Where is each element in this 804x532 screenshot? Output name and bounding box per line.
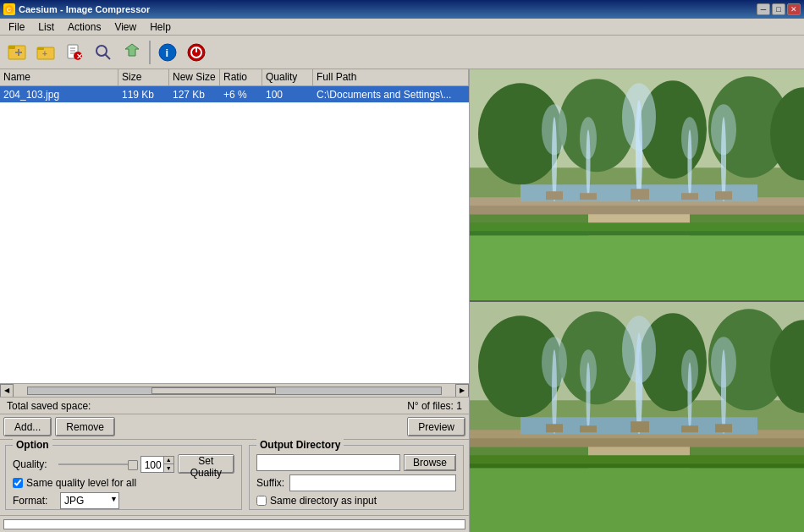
add-button[interactable]: Add... [3, 417, 52, 436]
quality-value: 100 [141, 457, 163, 472]
quality-arrows[interactable]: ▲ ▼ [163, 457, 173, 472]
same-dir-row: Same directory as input [256, 495, 456, 507]
svg-point-39 [580, 117, 597, 159]
col-header-fullpath: Full Path [313, 69, 469, 85]
compressed-image [470, 302, 804, 533]
hscroll-thumb[interactable] [151, 387, 275, 394]
output-box: Output Directory Browse Suffix: Same dir… [249, 445, 464, 510]
menu-list[interactable]: List [31, 19, 61, 35]
set-quality-button[interactable]: Set Quality [178, 454, 234, 474]
close-button[interactable]: ✕ [787, 3, 801, 15]
menu-bar: File List Actions View Help [0, 19, 804, 36]
quality-slider-track [58, 463, 137, 465]
cell-name: 204_103.jpg [0, 87, 118, 102]
right-panel [470, 69, 804, 532]
same-quality-checkbox[interactable] [13, 478, 23, 488]
app-icon: C [3, 3, 15, 15]
format-label: Format: [13, 495, 55, 507]
same-quality-label: Same quality level for all [26, 477, 136, 489]
svg-point-67 [542, 337, 567, 387]
menu-actions[interactable]: Actions [61, 19, 107, 35]
svg-point-43 [711, 104, 736, 155]
quality-spinbox[interactable]: 100 ▲ ▼ [140, 456, 174, 473]
info-toolbar-btn[interactable]: i [154, 39, 181, 66]
status-bar: Total saved space: N° of files: 1 [0, 397, 469, 414]
original-image [470, 69, 804, 300]
title-bar-buttons: ─ □ ✕ [757, 3, 801, 15]
svg-rect-75 [580, 425, 597, 432]
svg-rect-44 [546, 191, 563, 200]
suffix-row: Suffix: [256, 474, 456, 491]
horizontal-scrollbar[interactable]: ◀ ▶ [0, 383, 469, 397]
quality-down-arrow[interactable]: ▼ [163, 464, 173, 472]
files-count-value: 1 [456, 400, 462, 412]
hscroll-right-btn[interactable]: ▶ [455, 384, 469, 398]
suffix-label: Suffix: [256, 477, 286, 489]
format-select[interactable]: JPG PNG BMP GIF [60, 492, 119, 509]
compress-toolbar-btn[interactable] [118, 39, 146, 66]
title-bar: C Caesium - Image Compressor ─ □ ✕ [0, 0, 804, 19]
suffix-input[interactable] [289, 474, 456, 491]
quality-up-arrow[interactable]: ▲ [163, 457, 173, 464]
quality-slider[interactable] [58, 458, 137, 470]
svg-rect-46 [631, 189, 649, 200]
quit-toolbar-btn[interactable] [183, 39, 210, 66]
remove-toolbar-btn[interactable]: ✕ [61, 39, 88, 66]
svg-rect-45 [580, 193, 597, 200]
maximize-button[interactable]: □ [772, 3, 785, 15]
svg-point-65 [622, 315, 656, 383]
same-dir-checkbox[interactable] [256, 496, 267, 506]
preview-button[interactable]: Preview [407, 417, 465, 436]
file-list-body[interactable]: 204_103.jpg 119 Kb 127 Kb +6 % 100 C:\Do… [0, 86, 469, 383]
col-header-quality: Quality [262, 69, 313, 85]
svg-rect-47 [681, 193, 698, 200]
output-box-legend: Output Directory [256, 439, 344, 451]
svg-point-69 [580, 349, 597, 392]
minimize-button[interactable]: ─ [757, 3, 770, 15]
format-dropdown-wrapper: JPG PNG BMP GIF ▼ [60, 492, 119, 509]
svg-point-37 [542, 104, 567, 155]
svg-point-35 [622, 83, 656, 151]
button-bar: Add... Remove Preview [0, 414, 469, 439]
format-row: Format: JPG PNG BMP GIF ▼ [13, 492, 234, 509]
svg-text:i: i [166, 47, 169, 59]
svg-point-41 [681, 117, 698, 159]
menu-help[interactable]: Help [143, 19, 178, 35]
svg-point-73 [711, 337, 736, 387]
option-box: Option Quality: 100 ▲ ▼ S [5, 445, 242, 510]
menu-view[interactable]: View [107, 19, 143, 35]
hscroll-track[interactable] [27, 387, 442, 395]
svg-rect-74 [546, 424, 563, 432]
svg-text:C: C [7, 7, 11, 13]
svg-rect-76 [631, 421, 649, 432]
quality-label: Quality: [13, 458, 55, 470]
options-panel: Option Quality: 100 ▲ ▼ S [0, 439, 469, 515]
title-bar-left: C Caesium - Image Compressor [3, 3, 150, 15]
browse-button[interactable]: Browse [404, 454, 456, 471]
col-header-name: Name [0, 69, 118, 85]
saved-space-label: Total saved space: [7, 400, 91, 412]
menu-file[interactable]: File [2, 19, 31, 35]
svg-rect-79 [470, 468, 804, 532]
table-row[interactable]: 204_103.jpg 119 Kb 127 Kb +6 % 100 C:\Do… [0, 86, 469, 103]
toolbar-separator-1 [149, 41, 151, 64]
remove-button[interactable]: Remove [55, 417, 115, 436]
same-quality-row: Same quality level for all [13, 477, 234, 489]
add-files-toolbar-btn[interactable] [3, 39, 30, 66]
svg-rect-62 [470, 438, 804, 447]
file-list-header: Name Size New Size Ratio Quality Full Pa… [0, 69, 469, 86]
files-count-label: N° of files: 1 [407, 400, 462, 412]
original-preview [470, 69, 804, 302]
bottom-status [0, 515, 469, 532]
hscroll-left-btn[interactable]: ◀ [0, 384, 14, 398]
svg-rect-51 [470, 231, 804, 235]
add-folder-toolbar-btn[interactable]: + [32, 39, 59, 66]
quality-slider-thumb[interactable] [128, 460, 138, 470]
output-dir-input[interactable] [256, 454, 400, 471]
col-header-newsize: New Size [169, 69, 220, 85]
find-toolbar-btn[interactable] [90, 39, 117, 66]
svg-rect-48 [715, 191, 732, 200]
window-title: Caesium - Image Compressor [19, 4, 150, 14]
svg-text:+: + [42, 49, 47, 58]
svg-rect-77 [681, 425, 698, 432]
